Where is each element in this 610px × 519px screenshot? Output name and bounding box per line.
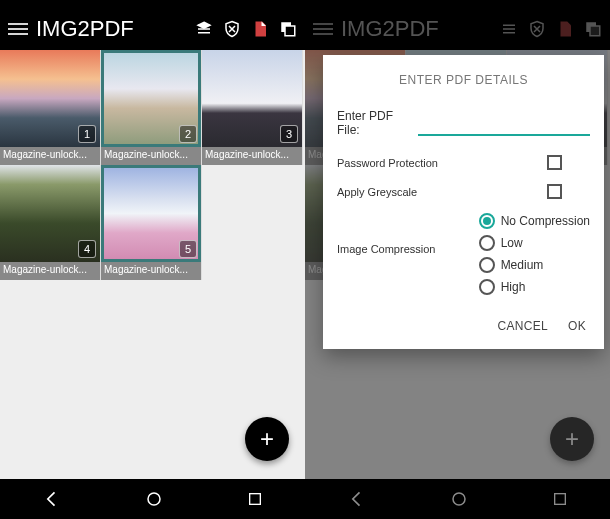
shield-icon[interactable]: [223, 20, 241, 38]
grid-cell[interactable]: 4 Magazine-unlock...: [0, 165, 101, 280]
cell-number: 4: [78, 240, 96, 258]
ok-button[interactable]: OK: [568, 319, 586, 333]
cell-filename: Magazine-unlock...: [202, 147, 302, 165]
compression-medium-radio[interactable]: Medium: [479, 257, 590, 273]
grid-cell[interactable]: 3 Magazine-unlock...: [202, 50, 303, 165]
copies-icon[interactable]: [279, 20, 297, 38]
cancel-button[interactable]: CANCEL: [498, 319, 548, 333]
phone-left: IMG2PDF 1 Magazine-unlock... 2 Magazine-…: [0, 0, 305, 519]
plus-icon: +: [260, 425, 274, 453]
cell-number: 5: [179, 240, 197, 258]
pdf-details-dialog: ENTER PDF DETAILS Enter PDF File: Passwo…: [323, 55, 604, 349]
radio-icon: [479, 213, 495, 229]
app-title: IMG2PDF: [36, 16, 134, 42]
cell-number: 3: [280, 125, 298, 143]
nav-bar: [0, 479, 305, 519]
back-icon[interactable]: [42, 489, 62, 509]
pdf-icon[interactable]: [251, 20, 269, 38]
compression-label: Image Compression: [337, 213, 435, 255]
radio-icon: [479, 279, 495, 295]
status-bar: [0, 0, 305, 8]
cell-filename: Magazine-unlock...: [0, 262, 100, 280]
svg-rect-2: [8, 33, 28, 35]
cell-number: 2: [179, 125, 197, 143]
cell-number: 1: [78, 125, 96, 143]
apply-greyscale-label: Apply Greyscale: [337, 186, 417, 198]
phone-right: IMG2PDF Magazine-unlock... Magazine-unlo…: [305, 0, 610, 519]
image-grid: 1 Magazine-unlock... 2 Magazine-unlock..…: [0, 50, 305, 280]
compression-high-radio[interactable]: High: [479, 279, 590, 295]
svg-point-5: [148, 493, 160, 505]
radio-icon: [479, 235, 495, 251]
password-protection-label: Password Protection: [337, 157, 438, 169]
svg-rect-4: [285, 26, 295, 36]
fab-add-button[interactable]: +: [245, 417, 289, 461]
menu-icon[interactable]: [8, 19, 28, 39]
pdf-filename-input[interactable]: [418, 111, 590, 136]
cell-filename: Magazine-unlock...: [101, 147, 201, 165]
apply-greyscale-checkbox[interactable]: [547, 184, 562, 199]
compression-low-radio[interactable]: Low: [479, 235, 590, 251]
svg-rect-0: [8, 23, 28, 25]
cell-filename: Magazine-unlock...: [101, 262, 201, 280]
home-icon[interactable]: [145, 490, 163, 508]
grid-cell[interactable]: 2 Magazine-unlock...: [101, 50, 202, 165]
svg-rect-1: [8, 28, 28, 30]
stack-icon[interactable]: [195, 20, 213, 38]
password-protection-checkbox[interactable]: [547, 155, 562, 170]
cell-filename: Magazine-unlock...: [0, 147, 100, 165]
grid-cell[interactable]: 1 Magazine-unlock...: [0, 50, 101, 165]
grid-cell[interactable]: 5 Magazine-unlock...: [101, 165, 202, 280]
compression-none-radio[interactable]: No Compression: [479, 213, 590, 229]
radio-icon: [479, 257, 495, 273]
svg-rect-6: [250, 494, 261, 505]
file-label: Enter PDF File:: [337, 109, 410, 137]
dialog-title: ENTER PDF DETAILS: [337, 73, 590, 87]
recents-icon[interactable]: [247, 491, 263, 507]
appbar-actions: [195, 20, 297, 38]
app-bar: IMG2PDF: [0, 8, 305, 50]
